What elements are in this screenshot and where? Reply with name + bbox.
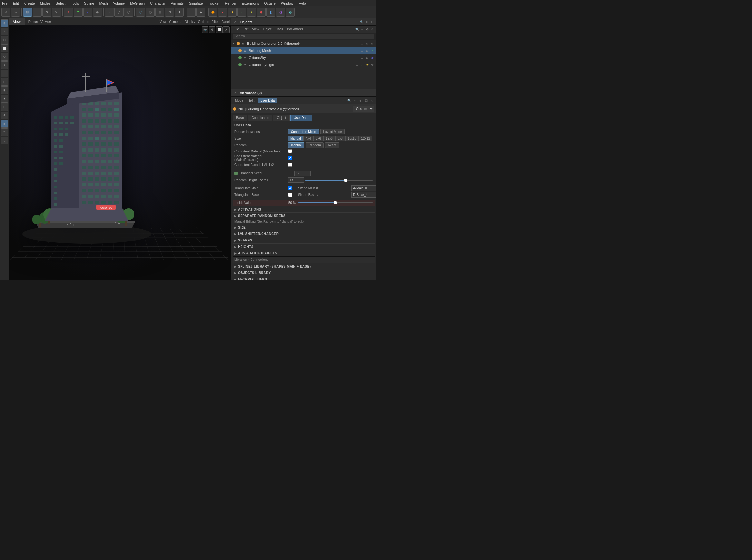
menu-spline[interactable]: Spline [83,1,95,5]
obj-active-btn[interactable]: ✓ [370,48,375,53]
nav-forward-btn[interactable]: → [335,98,340,103]
view-menu[interactable]: View [160,20,167,23]
tab-user-data[interactable]: User Data [258,98,277,103]
size-8x8-btn[interactable]: 8x8 [335,136,345,141]
consistent-facade-checkbox[interactable] [288,163,292,167]
render-icon-2[interactable]: ● [218,8,227,17]
menu-render[interactable]: Render [224,1,237,5]
render-view[interactable]: ▶ [196,8,205,17]
menu-modes[interactable]: Modes [39,1,51,5]
obj-menu-bookmarks[interactable]: Bookmarks [286,27,304,31]
obj-render-btn[interactable]: ⊡ [365,41,370,46]
move-tool[interactable]: ✛ [33,8,42,17]
triangulate-base-checkbox[interactable] [288,193,292,197]
render-icon-7[interactable]: ◧ [266,8,275,17]
section-heights[interactable]: ▶ HEIGHTS [233,243,375,250]
obj-lock-btn[interactable]: ⊟ [370,41,375,46]
menu-simulate[interactable]: Simulate [188,1,203,5]
menu-file[interactable]: File [1,1,8,5]
cameras-menu[interactable]: Cameras [169,20,182,23]
tab-picture-viewer[interactable]: Picture Viewer [24,18,55,25]
render-icon-6[interactable]: ⬟ [257,8,266,17]
obj-visible-btn[interactable]: ⊡ [360,48,364,53]
settings-mode[interactable]: ⚙ [165,8,174,17]
obj-visible-btn[interactable]: ⊡ [360,56,364,60]
menu-volume[interactable]: Volume [113,1,126,5]
shape-base-input[interactable] [352,192,376,198]
consistent-material-base-checkbox[interactable] [288,149,292,153]
filter-icon[interactable]: ≡ [364,20,369,24]
nav-menu-btn[interactable]: ≡ [352,98,357,103]
size-12x12-btn[interactable]: 12x12 [359,136,372,141]
bookmark-btn[interactable]: ☆ [360,27,364,32]
menu-create[interactable]: Create [23,1,36,5]
sub-tab-object[interactable]: Object [273,115,290,121]
obj-item-octanedaylight[interactable]: ☀ OctaneDayLight ⊡ ✓ ☀ ⚙ [231,61,376,68]
nav-up-btn[interactable]: ↑ [340,98,346,103]
objects-panel-close[interactable]: ✕ [233,20,238,24]
undo-button[interactable]: ↩ [1,8,10,17]
tab-view[interactable]: View [9,18,24,25]
nav-search-btn[interactable]: 🔍 [346,98,352,103]
axis-y[interactable]: Y [74,8,82,17]
menu-animate[interactable]: Animate [170,1,184,5]
cylinder-btn[interactable]: ⬭ [1,53,8,61]
random-height-input[interactable] [288,177,304,183]
sub-tab-basic[interactable]: Basic [233,115,248,121]
floor-btn[interactable]: ⊟ [1,103,8,111]
menu-window[interactable]: Window [280,1,294,5]
texture-mode[interactable]: ◎ [146,8,155,17]
cube-btn[interactable]: ⬜ [1,44,8,52]
bone-btn[interactable]: ⊢ [1,78,8,86]
circle-btn[interactable]: ○ [1,137,8,144]
character-mode[interactable]: ♟ [175,8,184,17]
viewport-settings-btn[interactable]: ⚙ [209,26,215,33]
light-btn[interactable]: ✦ [1,95,8,102]
triangulate-main-checkbox[interactable] [288,186,292,190]
inside-value-slider[interactable] [298,202,373,203]
obj-menu-object[interactable]: Object [262,27,274,31]
points-mode[interactable]: · [105,8,114,17]
render-icon-9[interactable]: ◐ [286,8,295,17]
paint-btn[interactable]: ✎ [1,28,8,36]
menu-octane[interactable]: Octane [263,1,276,5]
menu-tools[interactable]: Tools [70,1,80,5]
nav-add-btn[interactable]: ⊕ [358,98,363,103]
menu-mesh[interactable]: Mesh [99,1,109,5]
obj-item-octanesky[interactable]: ○ OctaneSky ⊡ ⊡ ◑ [231,54,376,61]
settings-btn[interactable]: ⚙ [365,27,370,32]
viewport-camera-btn[interactable]: 📷 [202,26,208,33]
menu-help[interactable]: Help [298,1,307,5]
random-manual-btn[interactable]: Manual [288,142,304,148]
selection-left-btn[interactable]: ⊡ [1,19,8,27]
size-6x6-btn[interactable]: 6x6 [313,136,323,141]
obj-sun-btn[interactable]: ☀ [365,63,370,67]
section-objects-library[interactable]: ▶ OBJECTS LIBRARY [233,269,375,276]
tab-edit[interactable]: Edit [246,98,257,103]
search-icon[interactable]: 🔍 [359,20,364,24]
menu-character[interactable]: Character [149,1,166,5]
model-mode[interactable]: ⬡ [136,8,145,17]
polygons-mode[interactable]: ⬡ [124,8,133,17]
menu-tracker[interactable]: Tracker [207,1,221,5]
redo-button[interactable]: ↪ [11,8,20,17]
slider-track[interactable] [298,202,373,203]
search-btn[interactable]: 🔍 [355,27,359,32]
viewport-maximize-btn[interactable]: ⬜ [216,26,222,33]
obj-item-building-mesh[interactable]: ⊞ Building Mesh ⊡ ⊡ ✓ [231,47,376,54]
obj-visible-btn[interactable]: ⊡ [360,41,364,46]
move-left-btn[interactable]: ✛ [1,112,8,119]
custom-dropdown[interactable]: Custom [353,106,374,112]
nav-back-btn[interactable]: ← [329,98,334,103]
sub-tab-user-data[interactable]: User Data [290,115,312,121]
render-icon-8[interactable]: ◑ [276,8,285,17]
null-btn[interactable]: ⊕ [1,61,8,69]
add-icon[interactable]: + [370,20,374,24]
slider-thumb[interactable] [344,179,347,182]
slider-track[interactable] [305,180,373,181]
menu-extensions[interactable]: Extensions [241,1,260,5]
size-10x10-btn[interactable]: 10x10 [345,136,359,141]
object-mode[interactable]: ⊞ [155,8,164,17]
layout-mode-btn[interactable]: Layout Mode [320,129,345,135]
viewport-inner[interactable]: GOTO PLC 📷 ⚙ ⬜ ⤢ [9,25,231,280]
